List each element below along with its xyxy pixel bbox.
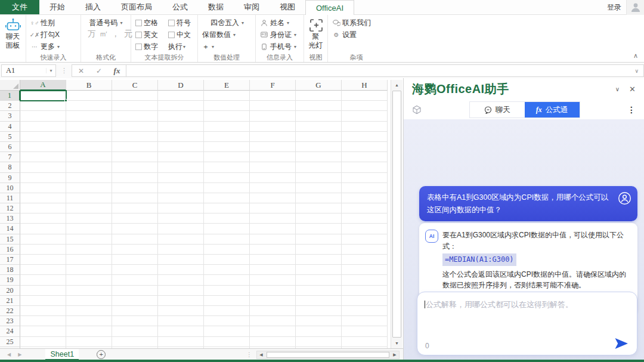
cell-H15[interactable]: [342, 234, 388, 245]
cell-G21[interactable]: [296, 296, 342, 306]
tab-chat[interactable]: 聊天: [470, 102, 525, 117]
column-header-D[interactable]: D: [158, 80, 204, 91]
cell-C7[interactable]: [112, 152, 158, 162]
tab-home[interactable]: 开始: [39, 0, 75, 14]
minimize-panel-button[interactable]: ∨: [615, 86, 620, 92]
cell-E7[interactable]: [204, 152, 250, 162]
row-header-24[interactable]: 24: [0, 326, 20, 336]
cell-D18[interactable]: [158, 265, 204, 275]
row-header-16[interactable]: 16: [0, 245, 20, 255]
tab-formula-active[interactable]: fx 公式通: [525, 102, 580, 117]
cell-C21[interactable]: [112, 296, 158, 306]
cell-E12[interactable]: [204, 203, 250, 214]
cell-B5[interactable]: [66, 132, 112, 142]
cell-A12[interactable]: [20, 203, 66, 214]
cell-B6[interactable]: [66, 142, 112, 152]
cell-H2[interactable]: [342, 101, 388, 111]
gender-button[interactable]: ♀♂ 性别: [30, 17, 76, 29]
cell-D7[interactable]: [158, 152, 204, 162]
cell-D24[interactable]: [158, 326, 204, 336]
cell-A21[interactable]: [20, 296, 66, 306]
column-header-A[interactable]: A: [20, 80, 66, 91]
row-header-2[interactable]: 2: [0, 101, 20, 111]
scroll-up-button[interactable]: ▲: [391, 80, 402, 90]
cell-E9[interactable]: [204, 173, 250, 183]
cell-B11[interactable]: [66, 193, 112, 203]
divider-grip[interactable]: ⋮: [56, 67, 72, 75]
cell-G20[interactable]: [296, 286, 342, 296]
cell-A14[interactable]: [20, 224, 66, 234]
send-button[interactable]: [614, 338, 628, 349]
cell-F25[interactable]: [250, 337, 296, 347]
panel-menu-button[interactable]: ⋮: [627, 105, 636, 115]
collapse-ribbon-button[interactable]: ∧: [633, 52, 638, 60]
cell-H8[interactable]: [342, 162, 388, 172]
space-checkbox[interactable]: 空格: [135, 18, 166, 28]
cell-G13[interactable]: [296, 214, 342, 224]
cell-G22[interactable]: [296, 306, 342, 316]
cell-B16[interactable]: [66, 245, 112, 255]
fill-handle[interactable]: [64, 99, 67, 102]
cell-H12[interactable]: [342, 203, 388, 214]
cell-C20[interactable]: [112, 286, 158, 296]
cell-H23[interactable]: [342, 316, 388, 326]
cell-F1[interactable]: [250, 91, 296, 101]
cell-E5[interactable]: [204, 132, 250, 142]
cell-C14[interactable]: [112, 224, 158, 234]
chevron-down-icon[interactable]: ▾: [46, 68, 55, 73]
keep-value-button[interactable]: 保留数值 ▾: [202, 29, 251, 41]
phone-button[interactable]: 手机号 ▾: [260, 41, 299, 52]
cell-C4[interactable]: [112, 122, 158, 132]
cell-E20[interactable]: [204, 286, 250, 296]
cell-A2[interactable]: [20, 101, 66, 111]
row-header-5[interactable]: 5: [0, 132, 20, 142]
cell-C15[interactable]: [112, 234, 158, 245]
cell-E24[interactable]: [204, 326, 250, 336]
scroll-right-button[interactable]: ▶: [391, 352, 399, 357]
row-header-13[interactable]: 13: [0, 214, 20, 224]
sheet-tab-sheet1[interactable]: Sheet1: [45, 349, 79, 360]
cell-A18[interactable]: [20, 265, 66, 275]
cell-F8[interactable]: [250, 162, 296, 172]
cell-D11[interactable]: [158, 193, 204, 203]
cell-H9[interactable]: [342, 173, 388, 183]
contact-us-button[interactable]: 联系我们: [332, 17, 380, 29]
divider-grip[interactable]: ⋮: [246, 351, 256, 358]
insert-function-button[interactable]: fx: [108, 66, 126, 76]
symbol-checkbox[interactable]: 符号: [168, 18, 191, 28]
cell-F20[interactable]: [250, 286, 296, 296]
scroll-down-button[interactable]: ▼: [391, 338, 402, 348]
cell-H5[interactable]: [342, 132, 388, 142]
cell-D6[interactable]: [158, 142, 204, 152]
cell-C23[interactable]: [112, 316, 158, 326]
cell-F22[interactable]: [250, 306, 296, 316]
cell-G1[interactable]: [296, 91, 342, 101]
cell-H3[interactable]: [342, 111, 388, 121]
cell-D10[interactable]: [158, 183, 204, 193]
normal-number-button[interactable]: 普通号码 ▾: [85, 17, 126, 29]
next-sheet-button[interactable]: ▶: [18, 352, 21, 357]
cell-B4[interactable]: [66, 122, 112, 132]
cell-C24[interactable]: [112, 326, 158, 336]
row-header-11[interactable]: 11: [0, 193, 20, 203]
cell-F23[interactable]: [250, 316, 296, 326]
cell-B3[interactable]: [66, 111, 112, 121]
cell-A19[interactable]: [20, 275, 66, 285]
cell-D20[interactable]: [158, 286, 204, 296]
tab-file[interactable]: 文件: [0, 0, 39, 14]
cell-D17[interactable]: [158, 255, 204, 265]
chinese-checkbox[interactable]: 中文: [168, 30, 191, 40]
cell-E15[interactable]: [204, 234, 250, 245]
sqm-format-button[interactable]: m′: [100, 30, 107, 38]
confirm-entry-button[interactable]: ✓: [90, 67, 108, 75]
cell-F4[interactable]: [250, 122, 296, 132]
cell-G11[interactable]: [296, 193, 342, 203]
cell-C17[interactable]: [112, 255, 158, 265]
id-card-button[interactable]: 身份证 ▾: [260, 29, 299, 41]
cell-D2[interactable]: [158, 101, 204, 111]
wan-format-button[interactable]: 万: [88, 29, 95, 39]
cell-A16[interactable]: [20, 245, 66, 255]
cell-G6[interactable]: [296, 142, 342, 152]
cell-F3[interactable]: [250, 111, 296, 121]
chat-panel-button[interactable]: 聊天 面板: [4, 17, 21, 54]
